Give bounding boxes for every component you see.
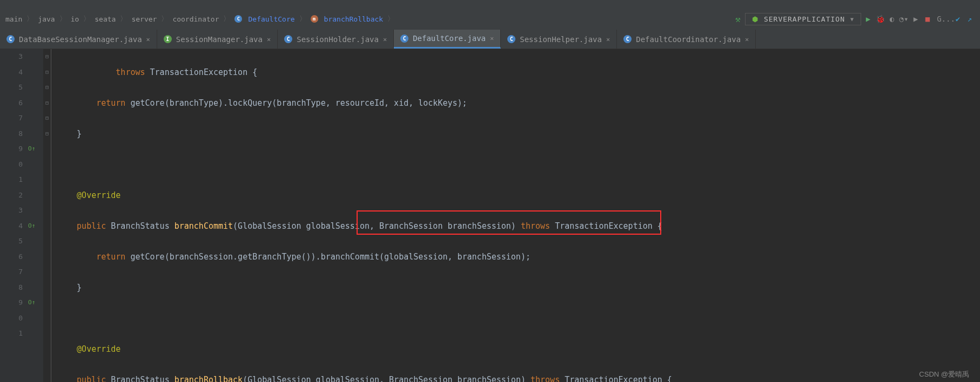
tab-sessionhelper[interactable]: C SessionHelper.java ✕: [501, 30, 617, 49]
tab-label: DefaultCore.java: [413, 34, 486, 43]
rollback-icon[interactable]: ↗: [965, 14, 975, 24]
code-area[interactable]: throws TransactionException { return get…: [51, 49, 980, 382]
breadcrumb[interactable]: main〉 java〉 io〉 seata〉 server〉 coordinat…: [5, 14, 731, 24]
crumb-java[interactable]: java: [38, 15, 55, 23]
class-icon: C: [6, 35, 15, 43]
git-icon[interactable]: G...: [941, 14, 951, 24]
tab-label: SessionManager.java: [176, 35, 263, 44]
tab-sessionmanager[interactable]: I SessionManager.java ✕: [157, 30, 278, 49]
tab-defaultcoordinator[interactable]: C DefaultCoordinator.java ✕: [617, 30, 756, 49]
interface-icon: I: [164, 35, 172, 43]
override-marker-icon[interactable]: O↑: [28, 141, 35, 157]
close-icon[interactable]: ✕: [267, 36, 271, 43]
fold-gutter[interactable]: ⊟ ⊟⊟ ⊟⊟ ⊟: [43, 49, 51, 382]
editor-tabs: C DataBaseSessionManager.java ✕ I Sessio…: [0, 30, 980, 49]
spring-icon: ⬢: [752, 15, 759, 23]
line-numbers: 345 678 901 234 567 890 1: [0, 49, 27, 382]
navigation-bar: main〉 java〉 io〉 seata〉 server〉 coordinat…: [0, 8, 980, 30]
watermark: CSDN @爱晴禹: [919, 370, 969, 379]
tab-label: DefaultCoordinator.java: [636, 35, 741, 44]
chevron-down-icon: ▼: [850, 16, 854, 22]
class-icon: C: [400, 35, 408, 43]
tab-defaultcore[interactable]: C DefaultCore.java ✕: [394, 30, 501, 49]
debug-icon[interactable]: 🐞: [875, 14, 885, 24]
coverage-icon[interactable]: ◐: [887, 14, 897, 24]
crumb-coordinator[interactable]: coordinator: [172, 15, 219, 23]
close-icon[interactable]: ✕: [745, 36, 749, 43]
run-configuration[interactable]: ⬢ SERVERAPPLICATION ▼: [745, 13, 861, 25]
class-icon: C: [234, 15, 242, 23]
tab-label: DataBaseSessionManager.java: [19, 35, 142, 44]
crumb-io[interactable]: io: [71, 15, 79, 23]
update-icon[interactable]: ✔: [953, 14, 963, 24]
close-icon[interactable]: ✕: [606, 36, 610, 43]
override-marker-icon[interactable]: O↑: [28, 295, 35, 311]
class-icon: C: [623, 35, 632, 43]
method-icon: m: [311, 15, 318, 23]
profile-icon[interactable]: ◔▾: [899, 14, 909, 24]
run-anything-icon[interactable]: ▶: [911, 14, 921, 24]
close-icon[interactable]: ✕: [383, 36, 387, 43]
code-editor[interactable]: 345 678 901 234 567 890 1 O↑ O↑ O↑ ⊟ ⊟⊟ …: [0, 49, 980, 382]
run-config-label: SERVERAPPLICATION: [764, 15, 845, 23]
stop-icon[interactable]: ■: [923, 14, 932, 24]
tab-label: SessionHolder.java: [297, 35, 379, 44]
close-icon[interactable]: ✕: [490, 35, 494, 42]
override-marker-icon[interactable]: O↑: [28, 219, 35, 234]
gutter-marks: O↑ O↑ O↑: [27, 49, 43, 382]
close-icon[interactable]: ✕: [146, 36, 150, 43]
class-icon: C: [284, 35, 292, 43]
crumb-class[interactable]: DefaultCore: [248, 15, 294, 23]
class-icon: C: [507, 35, 515, 43]
crumb-seata[interactable]: seata: [95, 15, 116, 23]
crumb-server[interactable]: server: [131, 15, 157, 23]
tab-databasesessionmanager[interactable]: C DataBaseSessionManager.java ✕: [0, 30, 157, 49]
crumb-method[interactable]: branchRollback: [324, 15, 384, 23]
run-icon[interactable]: ▶: [863, 14, 873, 24]
tab-label: SessionHelper.java: [520, 35, 602, 44]
tab-sessionholder[interactable]: C SessionHolder.java ✕: [278, 30, 394, 49]
build-icon[interactable]: ⚒: [733, 14, 743, 24]
crumb-main[interactable]: main: [5, 15, 22, 23]
